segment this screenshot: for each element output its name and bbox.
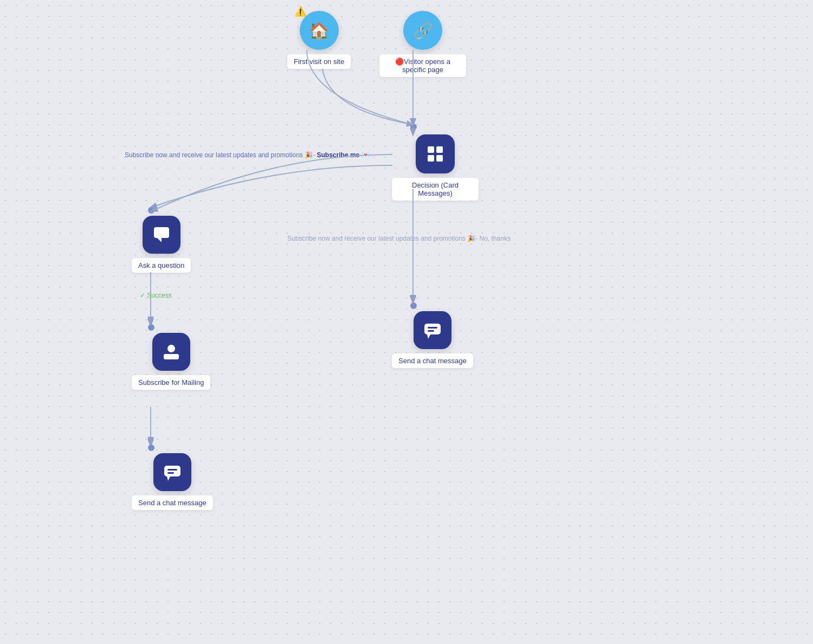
ask-question-label: Ask a question	[132, 258, 191, 273]
svg-rect-15	[428, 327, 437, 329]
dot-before-ask	[148, 207, 154, 214]
send-chat-1-label: Send a chat message	[132, 495, 213, 510]
svg-rect-2	[436, 146, 443, 153]
send-chat-2-label: Send a chat message	[392, 353, 473, 368]
dot-before-chat1	[148, 445, 154, 451]
first-visit-label: First visit on site	[287, 54, 351, 69]
node-first-visit[interactable]: ⚠️ 🏠 First visit on site	[287, 11, 351, 69]
svg-rect-9	[164, 466, 180, 476]
svg-rect-11	[167, 469, 177, 471]
svg-marker-10	[167, 476, 170, 481]
svg-rect-1	[428, 146, 434, 153]
svg-marker-14	[427, 334, 430, 339]
svg-rect-13	[424, 324, 441, 334]
svg-rect-12	[167, 472, 174, 474]
node-ask-question[interactable]: Ask a question	[132, 216, 191, 273]
edge-label-subscribe-me: Subscribe now and receive our latest upd…	[125, 151, 370, 160]
node-send-chat-2[interactable]: Send a chat message	[392, 311, 473, 368]
node-decision[interactable]: Decision (Card Messages)	[392, 134, 479, 201]
dot-before-chat2	[410, 302, 417, 309]
svg-rect-5	[154, 227, 169, 238]
svg-rect-16	[428, 330, 434, 332]
subscribe-mailing-label: Subscribe for Mailing	[132, 375, 210, 390]
svg-rect-8	[164, 354, 179, 359]
svg-point-7	[167, 345, 175, 352]
node-subscribe-mailing[interactable]: Subscribe for Mailing	[132, 333, 210, 390]
dot-before-subscribe	[148, 324, 154, 331]
visitor-opens-label: 🔴Visitor opens a specific page	[379, 54, 466, 77]
node-visitor-opens[interactable]: 🔗 🔴Visitor opens a specific page	[379, 11, 466, 77]
node-send-chat-1[interactable]: Send a chat message	[132, 453, 213, 510]
svg-rect-3	[428, 155, 434, 162]
flow-canvas: ⚠️ 🏠 First visit on site 🔗 🔴Visitor open…	[0, 0, 813, 644]
svg-marker-6	[157, 238, 162, 242]
edge-label-no-thanks: Subscribe now and receive our latest upd…	[287, 234, 511, 243]
success-label: ✓ Success	[140, 292, 172, 299]
decision-label: Decision (Card Messages)	[392, 178, 479, 201]
svg-rect-4	[436, 155, 443, 162]
dot-above-decision	[410, 124, 417, 130]
